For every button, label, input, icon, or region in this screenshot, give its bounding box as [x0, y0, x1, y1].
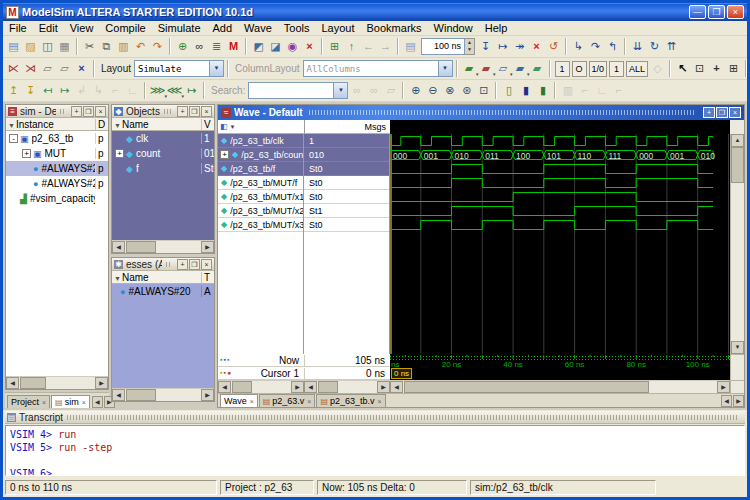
next-transition-icon[interactable]: ↦ [56, 82, 73, 99]
objects-list-item[interactable]: ◆fSt0 [112, 161, 214, 176]
next-fall-icon[interactable]: ↳ [90, 82, 107, 99]
wave-pane1-icon[interactable]: ▯ [500, 82, 517, 99]
close-button[interactable]: × [727, 5, 744, 19]
signal-noforce-icon[interactable]: ▰▾ [478, 60, 495, 77]
panel-close-button[interactable]: × [201, 259, 212, 270]
signal-force-icon[interactable]: ▰▾ [461, 60, 478, 77]
run-next-icon[interactable]: ↻ [646, 38, 663, 55]
expand-icon[interactable]: + [220, 150, 229, 159]
prev-fall-icon[interactable]: ↲ [73, 82, 90, 99]
objects-list-item[interactable]: ◆clk1 [112, 131, 214, 146]
run-length-field-value[interactable]: 100 ns [421, 38, 465, 55]
print-icon[interactable]: ▦ [56, 38, 73, 55]
zoom-mode-icon[interactable]: ⊡ [691, 60, 708, 77]
wave-pane2-icon[interactable]: ▮ [517, 82, 534, 99]
copy-icon[interactable]: ⧉ [98, 38, 115, 55]
edge-b-icon[interactable]: ∟ [593, 82, 610, 99]
wave-signal-name[interactable]: +◆/p2_63_tb/count [218, 148, 303, 162]
close-tab-icon[interactable]: × [42, 399, 46, 406]
instance-column-header[interactable]: ▼Instance D [6, 118, 108, 131]
pan-mode-icon[interactable]: + [708, 60, 725, 77]
instance-tree-item[interactable]: ▟#vsim_capacity# [6, 191, 108, 206]
menu-tools[interactable]: Tools [278, 21, 316, 36]
search-options-icon[interactable]: ▱ [382, 82, 399, 99]
back-icon[interactable]: ← [360, 38, 377, 55]
compile-all-icon[interactable]: ◪ [267, 38, 284, 55]
forward-icon[interactable]: → [377, 38, 394, 55]
expand-icon[interactable]: + [22, 149, 31, 158]
layout-combo-dropdown[interactable]: ▼ [209, 61, 223, 76]
menu-edit[interactable]: Edit [33, 21, 64, 36]
delete-item-icon[interactable]: × [73, 60, 90, 77]
lock-icon[interactable]: ▪ [220, 367, 222, 379]
transcript-console[interactable]: VSIM 4>runVSIM 5>run -step VSIM 6> [5, 425, 745, 476]
force-clock-button[interactable]: 1/0 [589, 61, 608, 77]
restart-icon[interactable]: ↺ [545, 38, 562, 55]
prev-rise-icon[interactable]: ⌐ [107, 82, 124, 99]
find-icon[interactable]: ∞ [191, 38, 208, 55]
scroll-up-button[interactable]: ▲ [731, 134, 744, 147]
close-tab-icon[interactable]: × [307, 398, 311, 405]
add-wave-icon[interactable]: ⊕ [174, 38, 191, 55]
add2-icon[interactable]: ▪ [227, 354, 229, 366]
search-combo[interactable]: ▼ [248, 82, 348, 99]
goto-line-icon[interactable]: ≣ [208, 38, 225, 55]
prev-transition-icon[interactable]: ↤ [39, 82, 56, 99]
panel-grip[interactable] [67, 415, 739, 420]
scroll-down-button[interactable]: ▼ [731, 341, 744, 354]
zoom-range-icon[interactable]: ⊡ [475, 82, 492, 99]
menu-bookmarks[interactable]: Bookmarks [361, 21, 428, 36]
modelsim-icon[interactable]: M [225, 38, 242, 55]
search-next-icon[interactable]: ∞ [365, 82, 382, 99]
search-prev-icon[interactable]: ∞ [348, 82, 365, 99]
scroll-thumb[interactable] [731, 147, 744, 183]
wave-canvas[interactable]: 000001010011100101110111000001010 [390, 134, 730, 354]
wave-plot-area[interactable]: 000001010011100101110111000001010 [390, 134, 730, 354]
new-file-icon[interactable]: ▤ [5, 38, 22, 55]
scroll-thumb[interactable] [20, 377, 46, 389]
cut-right-icon[interactable]: ⋊ [22, 60, 39, 77]
objects-hscrollbar[interactable]: ◀ ▶ [112, 240, 214, 253]
cursor-time-badge[interactable]: 0 ns [391, 368, 412, 379]
titlebar[interactable]: M ModelSim ALTERA STARTER EDITION 10.1d … [3, 3, 747, 21]
restore-layout-icon[interactable]: ▤ [402, 38, 419, 55]
close-tab-icon[interactable]: × [378, 398, 382, 405]
wand-icon[interactable]: ◇ [649, 60, 666, 77]
force-value-button[interactable]: 1 [609, 61, 624, 77]
expand-time-icon[interactable]: ⋙▾ [149, 82, 166, 99]
menu-compile[interactable]: Compile [99, 21, 151, 36]
edit-mode-icon[interactable]: ⊞ [725, 60, 742, 77]
open-icon[interactable]: ▨ [22, 38, 39, 55]
redo-icon[interactable]: ↷ [149, 38, 166, 55]
run-icon[interactable]: ↧ [477, 38, 494, 55]
menu-add[interactable]: Add [207, 21, 239, 36]
link-icon[interactable]: ▪ [220, 354, 222, 366]
signal-misc-icon[interactable]: ▰ [529, 60, 546, 77]
wave-signal-value[interactable]: 1 [304, 134, 389, 148]
wave-signal-name[interactable]: ◆/p2_63_tb/MUT/x3 [218, 218, 303, 232]
run-length-field-spinner[interactable]: ▲▼ [465, 38, 475, 55]
objects-list-item[interactable]: +◆count010 [112, 146, 214, 161]
panel-close-button[interactable]: × [201, 106, 212, 117]
menu-simulate[interactable]: Simulate [152, 21, 207, 36]
tabs-scroll-left-button[interactable]: ◀ [721, 395, 732, 407]
wave-msgs-header[interactable]: Msgs [304, 120, 390, 134]
transcript-header[interactable]: ▤ Transcript [5, 411, 745, 424]
insert-group-icon[interactable]: ▱ [56, 60, 73, 77]
environment-icon[interactable]: ⊞ [326, 38, 343, 55]
objects-panel-header[interactable]: ◆ Objects + ❐ × [112, 105, 214, 118]
panel-close-button[interactable]: × [729, 107, 741, 118]
wave-signal-value[interactable]: St1 [304, 204, 389, 218]
scroll-left-button[interactable]: ◀ [112, 389, 125, 401]
compile-icon[interactable]: ◩ [250, 38, 267, 55]
undo-icon[interactable]: ↶ [132, 38, 149, 55]
panel-grip[interactable] [309, 110, 696, 115]
zoom-in-icon[interactable]: ⊕ [407, 82, 424, 99]
panel-grip[interactable] [60, 109, 66, 114]
simulate-icon[interactable]: ◉ [284, 38, 301, 55]
scroll-left-button[interactable]: ◀ [6, 377, 19, 389]
instance-hscrollbar[interactable]: ◀ ▶ [6, 376, 108, 389]
scroll-thumb[interactable] [232, 381, 252, 393]
panel-close-button[interactable]: × [95, 106, 106, 117]
expand-icon[interactable]: + [115, 149, 124, 158]
